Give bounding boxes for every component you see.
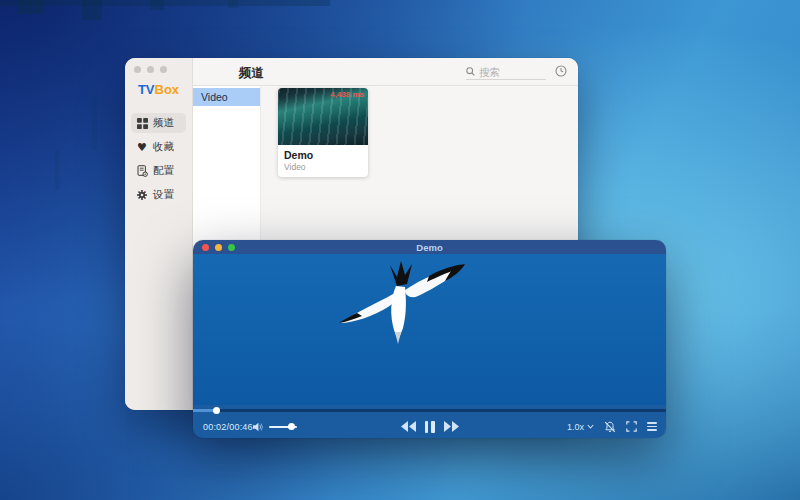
player-window-title: Demo [193, 242, 666, 253]
minimize-button[interactable] [215, 244, 222, 251]
config-file-icon [136, 165, 148, 177]
sidebar-item-channels[interactable]: 频道 [131, 113, 186, 133]
search-icon [466, 67, 475, 76]
player-titlebar: Demo [193, 240, 666, 254]
sidebar-item-label: 设置 [153, 188, 174, 202]
page-title: 频道 [239, 65, 264, 82]
controls-row: 00:02/00:46 [193, 415, 666, 438]
pause-bar [431, 421, 435, 433]
zoom-button[interactable] [160, 66, 167, 73]
video-viewport[interactable] [193, 254, 666, 405]
progress-knob[interactable] [213, 407, 220, 414]
video-thumbnail[interactable]: 4,438 ms [278, 88, 368, 145]
card-title: Demo [278, 145, 368, 161]
sidebar-item-favorites[interactable]: ♥ 收藏 [131, 137, 186, 157]
tvbox-nav: 频道 ♥ 收藏 配置 设置 [125, 113, 192, 205]
gear-icon [136, 189, 148, 201]
wallpaper-skyline-shape [228, 0, 238, 8]
close-button[interactable] [202, 244, 209, 251]
card-subtitle: Video [278, 161, 368, 177]
zoom-button[interactable] [228, 244, 235, 251]
history-button[interactable] [553, 63, 569, 79]
speed-label: 1.0x [567, 422, 584, 432]
volume-group [253, 422, 297, 432]
sidebar-item-config[interactable]: 配置 [131, 161, 186, 181]
progress-bar[interactable] [193, 409, 666, 412]
playback-controls [401, 421, 459, 433]
pause-bar [425, 421, 429, 433]
speed-selector[interactable]: 1.0x [567, 422, 594, 432]
logo-box-text: Box [155, 82, 180, 97]
search-input[interactable] [479, 66, 537, 78]
chevron-down-icon [587, 424, 594, 429]
search-field[interactable] [466, 64, 546, 80]
wallpaper-skyline-shape [150, 0, 164, 10]
volume-icon[interactable] [253, 422, 264, 432]
sidebar-item-settings[interactable]: 设置 [131, 185, 186, 205]
progress-played [193, 409, 214, 412]
heart-icon: ♥ [136, 141, 148, 153]
tvbox-sidebar: TVBox 频道 ♥ 收藏 配置 [125, 58, 193, 410]
volume-knob[interactable] [288, 423, 295, 430]
playlist-menu-icon[interactable] [647, 422, 657, 431]
player-traffic-lights [202, 244, 235, 251]
logo-tv-text: TV [138, 82, 155, 97]
video-card[interactable]: 4,438 ms Demo Video [278, 88, 368, 177]
sidebar-item-label: 配置 [153, 164, 174, 178]
secondary-controls: 1.0x [567, 421, 657, 433]
latency-badge: 4,438 ms [330, 90, 364, 99]
tvbox-logo: TVBox [125, 82, 192, 97]
player-controls: 00:02/00:46 [193, 405, 666, 438]
player-window: Demo 00:02/ [193, 240, 666, 438]
sidebar-item-label: 收藏 [153, 140, 174, 154]
tvbox-traffic-lights [134, 66, 167, 73]
bell-off-icon[interactable] [604, 421, 616, 433]
diving-bird-image [333, 259, 483, 359]
time-display: 00:02/00:46 [203, 422, 253, 432]
wallpaper-skyline-shape [0, 0, 330, 6]
forward-button[interactable] [444, 421, 459, 432]
close-button[interactable] [134, 66, 141, 73]
desktop-wallpaper: TVBox 频道 ♥ 收藏 配置 [0, 0, 800, 500]
rewind-button[interactable] [401, 421, 416, 432]
pause-button[interactable] [425, 421, 435, 433]
channel-item-video[interactable]: Video [193, 88, 260, 106]
sidebar-item-label: 频道 [153, 116, 174, 130]
fullscreen-icon[interactable] [626, 421, 637, 432]
minimize-button[interactable] [147, 66, 154, 73]
tvbox-header: 频道 [193, 58, 578, 86]
grid-icon [136, 117, 148, 129]
clock-icon [555, 65, 567, 77]
wallpaper-skyline-shape [55, 150, 59, 190]
volume-slider[interactable] [269, 423, 297, 430]
wallpaper-skyline-shape [92, 95, 97, 150]
